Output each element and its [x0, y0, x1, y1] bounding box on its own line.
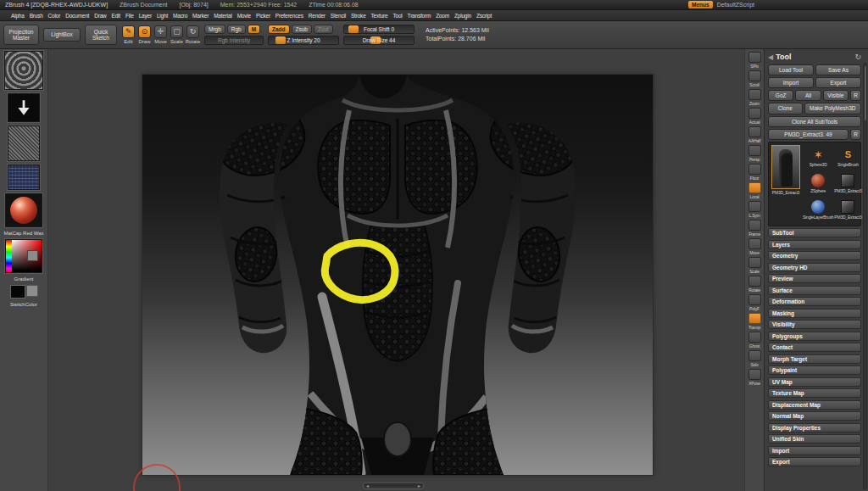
tool-panel-scrollbar[interactable] [863, 63, 867, 489]
tool-section-bar[interactable]: Polypaint [768, 365, 861, 375]
material-selector-thumbnail[interactable] [5, 193, 42, 227]
brush-selector-thumbnail[interactable] [4, 51, 43, 90]
sculpt-viewport[interactable] [142, 75, 653, 475]
canvas-scrollbar[interactable]: ◄ ► [363, 483, 424, 489]
shelf-toggle[interactable]: XPose [748, 369, 761, 386]
import-button[interactable]: Import [768, 77, 814, 88]
menu-item[interactable]: Layer [136, 13, 154, 19]
scroll-right-icon[interactable]: ► [417, 484, 421, 488]
active-tool-button[interactable]: PM3D_Extract3. 49 [768, 129, 849, 140]
clone-button[interactable]: Clone [768, 103, 803, 114]
shelf-toggle[interactable]: Scale [748, 257, 761, 274]
tool-section-bar[interactable]: Unified Skin [768, 434, 861, 444]
menu-item[interactable]: Light [154, 13, 170, 19]
menus-toggle[interactable]: Menus [688, 1, 713, 8]
zsub-button[interactable]: Zsub [292, 25, 312, 34]
load-tool-button[interactable]: Load Tool [768, 64, 814, 75]
tool-section-bar[interactable]: SubTool [768, 228, 861, 237]
shelf-toggle[interactable]: Transp [748, 313, 761, 330]
clone-all-subtools-button[interactable]: Clone All SubTools [768, 116, 861, 127]
shelf-toggle[interactable]: PolyF [748, 294, 761, 311]
menu-item[interactable]: File [123, 13, 136, 19]
hue-strip[interactable] [6, 240, 12, 272]
menu-item[interactable]: Tool [390, 13, 404, 19]
make-polymesh3d-button[interactable]: Make PolyMesh3D [804, 103, 861, 114]
zbrush-document[interactable] [142, 75, 653, 475]
focal-shift-slider[interactable]: Focal Shift 0 [343, 25, 415, 34]
mode-button[interactable]: Edit [121, 25, 136, 44]
tool-section-bar[interactable]: Geometry [768, 251, 861, 260]
active-tool-thumbnail[interactable] [771, 145, 800, 189]
tool-section-bar[interactable]: Layers [768, 240, 861, 249]
shelf-toggle[interactable]: Persp [748, 145, 761, 162]
recent-tool[interactable]: SingleBrush [834, 145, 861, 170]
shelf-toggle[interactable]: Floor [748, 164, 761, 181]
z-intensity-slider[interactable]: Z Intensity 20 [268, 36, 339, 45]
tool-section-bar[interactable]: Import [768, 446, 861, 455]
menu-item[interactable]: Stroke [348, 13, 369, 19]
projection-master-button[interactable]: Projection Master [3, 25, 39, 45]
recent-tool[interactable]: ZSphere [803, 171, 833, 197]
texture-selector-thumbnail[interactable] [8, 165, 40, 190]
menu-item[interactable]: Texture [369, 13, 391, 19]
draw-size-slider[interactable]: Draw Size 44 [343, 36, 415, 45]
shelf-toggle[interactable]: AAHalf [748, 126, 761, 143]
export-button[interactable]: Export [815, 77, 861, 88]
mode-button[interactable]: Draw [137, 25, 152, 44]
menu-item[interactable]: Macro [170, 13, 190, 19]
mrgb-button[interactable]: Mrgb [204, 25, 225, 34]
tool-section-bar[interactable]: Morph Target [768, 354, 861, 364]
tool-section-bar[interactable]: Polygroups [768, 332, 861, 341]
menu-item[interactable]: Render [306, 13, 328, 19]
m-button[interactable]: M [248, 25, 260, 34]
goz-all-button[interactable]: All [795, 90, 821, 101]
tool-section-bar[interactable]: Surface [768, 286, 861, 295]
shelf-toggle[interactable]: Solo [748, 350, 761, 367]
menu-item[interactable]: Zoom [433, 13, 452, 19]
menu-item[interactable]: Stencil [328, 13, 348, 19]
menu-item[interactable]: Zplugin [452, 13, 474, 19]
canvas-area[interactable]: ◄ ► [48, 49, 744, 491]
recent-tool[interactable]: SingleLayerBrush [803, 198, 833, 223]
tool-section-bar[interactable]: Normal Map [768, 411, 861, 421]
goz-r-button[interactable]: R [850, 90, 861, 101]
menu-item[interactable]: Brush [27, 13, 46, 19]
recent-tool[interactable]: PM3D_Extract3 [834, 198, 861, 223]
tool-section-bar[interactable]: Displacement Map [768, 400, 861, 410]
tool-section-bar[interactable]: Preview [768, 274, 861, 283]
save-as-button[interactable]: Save As [815, 64, 861, 75]
mode-button[interactable]: Rotate [186, 25, 200, 44]
shelf-toggle[interactable]: SPix [748, 52, 761, 69]
recent-tool[interactable]: PM3D_Extract3 [834, 171, 861, 197]
shelf-toggle[interactable]: Move [748, 238, 761, 255]
tool-section-bar[interactable]: Geometry HD [768, 263, 861, 272]
menu-item[interactable]: Zscript [474, 13, 494, 19]
tool-section-bar[interactable]: Masking [768, 309, 861, 318]
tool-section-bar[interactable]: Contact [768, 343, 861, 352]
scrollbar-thumb[interactable] [865, 66, 866, 120]
scroll-left-icon[interactable]: ◄ [365, 484, 370, 488]
lightbox-button[interactable]: LightBox [43, 28, 81, 42]
mode-button[interactable]: Move [153, 25, 168, 44]
menu-item[interactable]: Document [63, 13, 92, 19]
shelf-toggle[interactable]: Scroll [748, 70, 761, 87]
shelf-toggle[interactable]: Zoom [748, 89, 761, 106]
menu-item[interactable]: Preferences [273, 13, 306, 19]
goz-button[interactable]: GoZ [768, 90, 793, 101]
restore-config-icon[interactable]: ↻ [854, 53, 861, 61]
menu-item[interactable]: Edit [109, 13, 123, 19]
menu-item[interactable]: Transform [405, 13, 434, 19]
rgb-button[interactable]: Rgb [227, 25, 246, 34]
shelf-toggle[interactable]: Ghost [748, 332, 761, 349]
tool-section-bar[interactable]: Display Properties [768, 423, 861, 432]
menu-item[interactable]: Alpha [8, 13, 27, 19]
shelf-toggle[interactable]: Local [748, 182, 761, 199]
tool-section-bar[interactable]: Deformation [768, 297, 861, 306]
saturation-value-area[interactable] [12, 240, 42, 272]
tool-section-bar[interactable]: UV Map [768, 377, 861, 387]
active-tool-r-button[interactable]: R [850, 129, 861, 140]
shelf-toggle[interactable]: Frame [748, 220, 761, 237]
menu-item[interactable]: Draw [92, 13, 108, 19]
menu-item[interactable]: Picker [253, 13, 273, 19]
recent-tool[interactable]: Sphere3D [803, 145, 833, 170]
